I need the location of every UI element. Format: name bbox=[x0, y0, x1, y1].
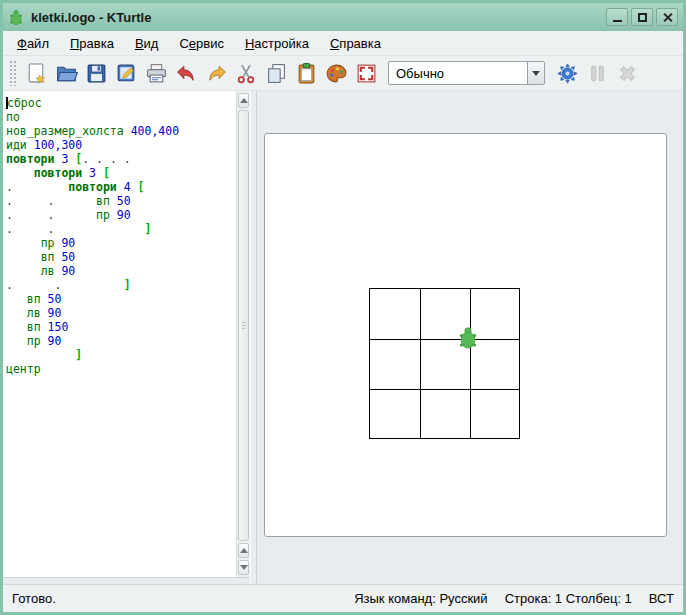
canvas-grid bbox=[369, 288, 520, 439]
execution-buttons bbox=[552, 58, 642, 88]
toolbar: Обычно bbox=[3, 56, 683, 91]
code-line: . . ] bbox=[6, 278, 236, 292]
scroll-up-icon-bottom[interactable] bbox=[238, 543, 249, 558]
code-text[interactable]: сброспонов_размер_холста 400,400иди 100,… bbox=[3, 91, 236, 577]
status-right: Язык команд: Русский Строка: 1 Столбец: … bbox=[354, 591, 674, 606]
code-editor[interactable]: сброспонов_размер_холста 400,400иди 100,… bbox=[3, 91, 250, 578]
status-language: Язык команд: Русский bbox=[354, 591, 487, 606]
code-line: нов_размер_холста 400,400 bbox=[6, 124, 236, 138]
code-line: ] bbox=[6, 348, 236, 362]
code-line: . . пр 90 bbox=[6, 208, 236, 222]
redo-button[interactable] bbox=[201, 58, 231, 88]
print-icon bbox=[145, 62, 168, 85]
grid-line-vertical bbox=[420, 289, 421, 438]
pause-button bbox=[582, 58, 612, 88]
menu-файл[interactable]: Файл bbox=[8, 33, 58, 54]
color-picker-button[interactable] bbox=[321, 58, 351, 88]
code-line: вп 150 bbox=[6, 320, 236, 334]
edit-document-icon bbox=[115, 62, 138, 85]
pause-icon bbox=[586, 62, 609, 85]
run-gear-button[interactable] bbox=[552, 58, 582, 88]
menu-сервис[interactable]: Сервис bbox=[170, 33, 233, 54]
color-picker-icon bbox=[325, 62, 348, 85]
open-file-icon bbox=[55, 62, 78, 85]
undo-button[interactable] bbox=[171, 58, 201, 88]
code-line: вп 50 bbox=[6, 250, 236, 264]
print-button[interactable] bbox=[141, 58, 171, 88]
open-file-button[interactable] bbox=[51, 58, 81, 88]
save-file-button[interactable] bbox=[81, 58, 111, 88]
fullscreen-button[interactable] bbox=[351, 58, 381, 88]
run-gear-icon bbox=[556, 62, 579, 85]
code-line: лв 90 bbox=[6, 264, 236, 278]
cut-icon bbox=[235, 62, 258, 85]
toolbar-buttons bbox=[21, 58, 381, 88]
code-line: лв 90 bbox=[6, 306, 236, 320]
copy-icon bbox=[265, 62, 288, 85]
status-insert-mode: ВСТ bbox=[649, 591, 674, 606]
code-line: по bbox=[6, 110, 236, 124]
menu-вид[interactable]: Вид bbox=[126, 33, 168, 54]
scroll-down-icon[interactable] bbox=[238, 560, 249, 575]
panel-splitter[interactable] bbox=[250, 91, 257, 584]
code-line: центр bbox=[6, 362, 236, 376]
kturtle-window: kletki.logo - KTurtle ФайлПравкаВидСерви… bbox=[0, 0, 686, 615]
code-line: повтори 3 [ bbox=[6, 166, 236, 180]
code-line: сброс bbox=[6, 96, 236, 110]
window-controls bbox=[606, 8, 678, 26]
editor-column: сброспонов_размер_холста 400,400иди 100,… bbox=[3, 91, 250, 584]
status-cursor-position: Строка: 1 Столбец: 1 bbox=[505, 591, 632, 606]
thumb-grip bbox=[242, 322, 245, 330]
turtle-canvas bbox=[264, 133, 667, 537]
minimize-button[interactable] bbox=[606, 8, 628, 26]
code-line: вп 50 bbox=[6, 292, 236, 306]
code-line: пр 90 bbox=[6, 236, 236, 250]
code-line: пр 90 bbox=[6, 334, 236, 348]
scroll-up-icon[interactable] bbox=[238, 93, 249, 108]
code-line: . повтори 4 [ bbox=[6, 180, 236, 194]
close-button[interactable] bbox=[656, 8, 678, 26]
stop-button bbox=[612, 58, 642, 88]
window-title: kletki.logo - KTurtle bbox=[31, 10, 599, 25]
menubar: ФайлПравкаВидСервисНастройкаСправка bbox=[3, 31, 683, 56]
code-line: . . ] bbox=[6, 222, 236, 236]
copy-button[interactable] bbox=[261, 58, 291, 88]
status-message: Готово. bbox=[12, 591, 354, 606]
canvas-panel bbox=[257, 91, 683, 584]
save-file-icon bbox=[85, 62, 108, 85]
close-icon bbox=[662, 12, 673, 23]
menu-справка[interactable]: Справка bbox=[321, 33, 390, 54]
titlebar[interactable]: kletki.logo - KTurtle bbox=[3, 3, 683, 31]
paste-icon bbox=[295, 62, 318, 85]
turtle-sprite bbox=[457, 326, 479, 350]
maximize-button[interactable] bbox=[631, 8, 653, 26]
chevron-down-icon[interactable] bbox=[527, 62, 544, 84]
speed-select[interactable]: Обычно bbox=[388, 61, 545, 85]
grid-line-horizontal bbox=[370, 389, 519, 390]
code-line: повтори 3 [. . . . bbox=[6, 152, 236, 166]
turtle-icon bbox=[8, 9, 24, 26]
grid-line-vertical bbox=[470, 289, 471, 438]
cut-button[interactable] bbox=[231, 58, 261, 88]
statusbar: Готово. Язык команд: Русский Строка: 1 С… bbox=[3, 584, 683, 612]
main-area: сброспонов_размер_холста 400,400иди 100,… bbox=[3, 91, 683, 584]
stop-icon bbox=[616, 62, 639, 85]
speed-select-value: Обычно bbox=[389, 62, 527, 84]
paste-button[interactable] bbox=[291, 58, 321, 88]
edit-document-button[interactable] bbox=[111, 58, 141, 88]
toolbar-handle[interactable] bbox=[9, 60, 16, 86]
menu-настройка[interactable]: Настройка bbox=[236, 33, 318, 54]
maximize-icon bbox=[638, 13, 647, 22]
new-file-button[interactable] bbox=[21, 58, 51, 88]
code-line: иди 100,300 bbox=[6, 138, 236, 152]
undo-icon bbox=[175, 62, 198, 85]
redo-icon bbox=[205, 62, 228, 85]
menu-правка[interactable]: Правка bbox=[61, 33, 123, 54]
code-line: . . вп 50 bbox=[6, 194, 236, 208]
scrollbar-thumb[interactable] bbox=[238, 110, 249, 541]
grid-line-horizontal bbox=[370, 339, 519, 340]
new-file-icon bbox=[25, 62, 48, 85]
fullscreen-icon bbox=[355, 62, 378, 85]
editor-scrollbar[interactable] bbox=[236, 91, 250, 577]
minimize-icon bbox=[613, 20, 622, 22]
